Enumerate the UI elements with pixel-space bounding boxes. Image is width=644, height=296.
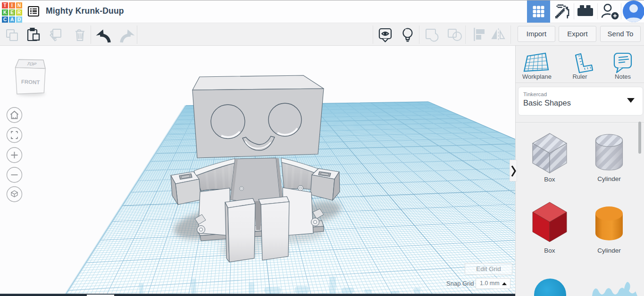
svg-text:FRONT: FRONT (21, 79, 40, 85)
